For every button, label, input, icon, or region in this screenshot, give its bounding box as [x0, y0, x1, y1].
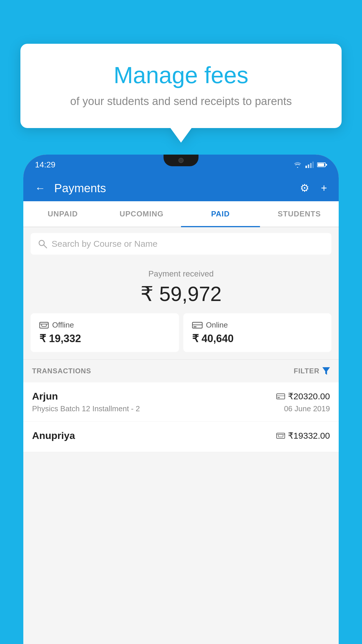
svg-rect-10: [42, 324, 46, 326]
payment-received-label: Payment received: [31, 269, 331, 279]
search-placeholder-text: Search by Course or Name: [52, 239, 158, 249]
offline-card: Offline ₹ 19,332: [31, 313, 179, 352]
online-card: Online ₹ 40,640: [183, 313, 332, 352]
camera: [178, 158, 184, 163]
search-section: Search by Course or Name: [23, 227, 339, 260]
online-pay-icon-arjun: [276, 393, 285, 400]
payment-amount: ₹ 59,972: [31, 282, 331, 306]
svg-marker-15: [322, 367, 330, 375]
signal-icon: [305, 162, 314, 168]
svg-rect-13: [192, 324, 202, 326]
transaction-course-arjun: Physics Batch 12 Installment - 2: [32, 404, 140, 413]
payment-cards: Offline ₹ 19,332 Online: [31, 313, 331, 352]
transaction-top-anupriya: Anupriya ₹19332.00: [32, 430, 330, 441]
offline-label: Offline: [52, 321, 74, 330]
transaction-name-arjun: Arjun: [32, 391, 58, 402]
battery-icon: [317, 162, 327, 167]
tooltip-subtitle: of your students and send receipts to pa…: [35, 95, 327, 108]
wifi-icon: [293, 162, 302, 168]
offline-card-header: Offline: [39, 321, 170, 330]
phone-screen: 14:29: [23, 155, 339, 644]
svg-rect-5: [326, 164, 327, 166]
svg-rect-19: [277, 433, 285, 438]
transactions-label: TRANSACTIONS: [32, 367, 91, 375]
tab-paid[interactable]: PAID: [181, 201, 260, 227]
transactions-header: TRANSACTIONS FILTER: [23, 359, 339, 382]
offline-amount: ₹ 19,332: [39, 332, 170, 345]
back-button[interactable]: ←: [32, 179, 48, 197]
transaction-amount-anupriya: ₹19332.00: [288, 430, 330, 441]
phone-notch: [164, 155, 198, 166]
online-label: Online: [206, 321, 228, 330]
status-bar: 14:29: [23, 155, 339, 175]
transaction-list: Arjun ₹20320.00 Physics Batch 12 Install…: [23, 382, 339, 452]
online-card-header: Online: [192, 321, 323, 330]
online-payment-icon: [192, 321, 203, 329]
offline-pay-icon-anupriya: [276, 433, 285, 439]
svg-rect-3: [312, 162, 314, 168]
svg-rect-0: [305, 166, 307, 168]
table-row: Arjun ₹20320.00 Physics Batch 12 Install…: [23, 382, 339, 422]
status-icons: [293, 162, 327, 168]
svg-rect-17: [277, 395, 285, 396]
transaction-name-anupriya: Anupriya: [32, 430, 75, 441]
payment-summary: Payment received ₹ 59,972 Offline ₹ 19,3…: [23, 260, 339, 359]
tabs-bar: UNPAID UPCOMING PAID STUDENTS: [23, 201, 339, 227]
app-header: ← Payments ⚙ +: [23, 175, 339, 201]
svg-rect-20: [278, 435, 283, 437]
phone-frame: 14:29: [23, 155, 339, 644]
svg-rect-14: [194, 326, 196, 327]
transaction-date-arjun: 06 June 2019: [284, 404, 330, 413]
add-button[interactable]: +: [318, 179, 330, 197]
header-title: Payments: [54, 182, 291, 195]
svg-rect-1: [308, 164, 309, 168]
table-row: Anupriya ₹19332.00: [23, 422, 339, 452]
svg-rect-9: [40, 322, 48, 328]
settings-button[interactable]: ⚙: [297, 179, 312, 197]
transaction-amount-arjun: ₹20320.00: [288, 391, 330, 401]
svg-rect-2: [310, 163, 312, 168]
tab-students[interactable]: STUDENTS: [260, 201, 339, 227]
anupriya-amount-row: ₹19332.00: [276, 430, 330, 441]
filter-icon: [322, 367, 330, 375]
search-icon: [38, 239, 47, 249]
svg-rect-6: [318, 163, 324, 166]
svg-rect-18: [277, 397, 280, 398]
transaction-top-arjun: Arjun ₹20320.00: [32, 391, 330, 402]
search-bar[interactable]: Search by Course or Name: [31, 233, 331, 255]
tooltip-title: Manage fees: [35, 61, 327, 89]
svg-line-8: [43, 245, 47, 248]
transaction-bottom-arjun: Physics Batch 12 Installment - 2 06 June…: [32, 404, 330, 413]
online-amount: ₹ 40,640: [192, 332, 323, 345]
filter-label: FILTER: [294, 367, 319, 375]
arjun-amount-row: ₹20320.00: [276, 391, 330, 401]
filter-button[interactable]: FILTER: [294, 367, 330, 375]
offline-payment-icon: [39, 321, 49, 329]
tooltip-card: Manage fees of your students and send re…: [20, 44, 342, 128]
tab-upcoming[interactable]: UPCOMING: [102, 201, 181, 227]
status-time: 14:29: [35, 160, 55, 169]
tab-unpaid[interactable]: UNPAID: [23, 201, 102, 227]
